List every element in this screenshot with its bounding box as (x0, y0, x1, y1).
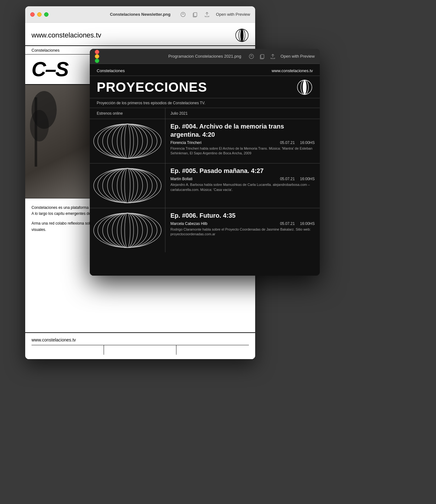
episode-meta-3: Marcela Cabezas Hilb 05.07.21 16:00HS (170, 221, 315, 226)
prog-brand: Constelaciones (97, 68, 125, 73)
episode-thumb-1 (90, 119, 165, 163)
fullscreen-button-front[interactable] (95, 59, 99, 63)
svg-point-13 (30, 110, 49, 141)
prog-website: www.constelaciones.tv (272, 68, 313, 73)
titlebar-back: Constelaciones Newsletter.png Open with … (25, 6, 255, 23)
svg-point-33 (103, 169, 152, 203)
svg-point-43 (94, 213, 161, 247)
svg-point-36 (125, 213, 130, 247)
svg-point-31 (112, 169, 142, 203)
prog-meta-row: Estrenos online Julio 2021 (90, 108, 320, 119)
footer-cell-2 (104, 345, 176, 355)
toolbar-front: Open with Preview (249, 54, 315, 59)
open-with-preview-front[interactable]: Open with Preview (281, 54, 315, 59)
traffic-lights-back (30, 12, 49, 17)
front-window: Programacion Constelaciones 2021.png Ope… (90, 49, 320, 276)
episode-info-1: Ep. #004. Archivo de la memoria trans ar… (165, 119, 320, 163)
svg-point-24 (107, 124, 147, 158)
prog-main-title: PROYECCIONES (97, 80, 207, 95)
svg-point-32 (107, 169, 147, 203)
newsletter-brand: Constelaciones (32, 48, 60, 53)
episode-desc-1: Florencia Trincheri habla sobre El Archi… (170, 146, 315, 156)
footer-cell-1 (32, 345, 104, 355)
nav-icon[interactable] (180, 12, 186, 17)
svg-point-28 (125, 169, 130, 203)
svg-point-23 (112, 124, 142, 158)
episode-date-2: 05.07.21 16:00HS (280, 177, 315, 181)
svg-point-22 (117, 124, 138, 158)
minimize-button-back[interactable] (37, 12, 42, 17)
newsletter-header: www.constelaciones.tv (25, 23, 255, 46)
episode-thumb-2 (90, 163, 165, 208)
episode-row-2: Ep. #005. Pasado mañana. 4:27 Martín Bol… (90, 163, 320, 208)
svg-point-37 (121, 213, 134, 247)
episode-desc-2: Alejandro A. Barbosa habla sobre Mamushk… (170, 182, 315, 192)
programacion-content: Constelaciones www.constelaciones.tv PRO… (90, 64, 320, 276)
svg-point-40 (107, 213, 147, 247)
close-button-back[interactable] (30, 12, 35, 17)
episode-title-1: Ep. #004. Archivo de la memoria trans ar… (170, 122, 315, 139)
close-button-front[interactable] (95, 50, 99, 54)
episode-row-1: Ep. #004. Archivo de la memoria trans ar… (90, 119, 320, 163)
svg-point-5 (240, 29, 244, 42)
svg-point-21 (121, 124, 134, 158)
prog-meta-left: Estrenos online (90, 108, 165, 119)
episode-info-3: Ep. #006. Futuro. 4:35 Marcela Cabezas H… (165, 208, 320, 252)
window-title-front: Programacion Constelaciones 2021.png (168, 54, 241, 59)
svg-point-14 (249, 54, 254, 59)
duplicate-icon[interactable] (192, 12, 198, 17)
svg-point-35 (94, 169, 161, 203)
prog-title-row: PROYECCIONES (90, 76, 320, 98)
svg-point-30 (117, 169, 138, 203)
episode-title-3: Ep. #006. Futuro. 4:35 (170, 211, 315, 220)
prog-subtitle: Proyección de los primeros tres episodio… (90, 98, 320, 108)
svg-point-39 (112, 213, 142, 247)
svg-rect-2 (194, 13, 197, 16)
svg-point-41 (103, 213, 152, 247)
window-title-back: Constelaciones Newsletter.png (110, 12, 170, 17)
episode-desc-3: Rodrigo Claramonte habla sobre el Proyec… (170, 227, 315, 237)
svg-point-26 (98, 124, 157, 158)
footer-url: www.constelaciones.tv (32, 337, 249, 342)
svg-point-25 (103, 124, 152, 158)
fullscreen-button-back[interactable] (44, 12, 49, 17)
episode-title-2: Ep. #005. Pasado mañana. 4:27 (170, 167, 315, 175)
toolbar-back: Open with Preview (180, 12, 250, 17)
svg-rect-16 (261, 54, 264, 58)
episode-date-3: 05.07.21 16:00HS (280, 221, 315, 226)
svg-point-0 (181, 12, 185, 17)
episode-author-2: Martín Bollati (170, 177, 192, 181)
episode-thumb-3 (90, 208, 165, 252)
svg-point-29 (121, 169, 134, 203)
episode-meta-1: Florencia Trincheri 05.07.21 16:00HS (170, 140, 315, 145)
traffic-lights-front (95, 50, 99, 63)
svg-point-42 (98, 213, 157, 247)
nav-icon-front[interactable] (249, 54, 254, 59)
ellipses-icon-2 (93, 167, 162, 204)
ellipses-icon-3 (93, 211, 162, 249)
prog-meta-right: Julio 2021 (165, 108, 320, 119)
episode-row-3: Ep. #006. Futuro. 4:35 Marcela Cabezas H… (90, 208, 320, 252)
svg-point-27 (94, 124, 161, 158)
episode-author-3: Marcela Cabezas Hilb (170, 221, 207, 226)
footer-grid (32, 345, 249, 355)
share-icon[interactable] (204, 12, 210, 17)
moon-logo-front (296, 79, 313, 95)
share-icon-front[interactable] (270, 54, 276, 59)
svg-point-20 (125, 124, 130, 158)
newsletter-url: www.constelaciones.tv (32, 31, 101, 39)
footer-cell-3 (176, 345, 249, 355)
episode-author-1: Florencia Trincheri (170, 140, 202, 145)
episode-date-1: 05.07.21 16:00HS (280, 140, 315, 145)
svg-point-34 (98, 169, 157, 203)
newsletter-footer: www.constelaciones.tv (25, 332, 255, 359)
titlebar-front: Programacion Constelaciones 2021.png Ope… (90, 49, 320, 64)
duplicate-icon-front[interactable] (259, 54, 265, 59)
ellipses-icon-1 (93, 122, 162, 160)
prog-header: Constelaciones www.constelaciones.tv (90, 64, 320, 76)
open-with-preview-back[interactable]: Open with Preview (216, 12, 250, 17)
svg-point-19 (303, 80, 307, 94)
episode-meta-2: Martín Bollati 05.07.21 16:00HS (170, 177, 315, 181)
minimize-button-front[interactable] (95, 54, 99, 59)
moon-logo-back (235, 28, 249, 42)
